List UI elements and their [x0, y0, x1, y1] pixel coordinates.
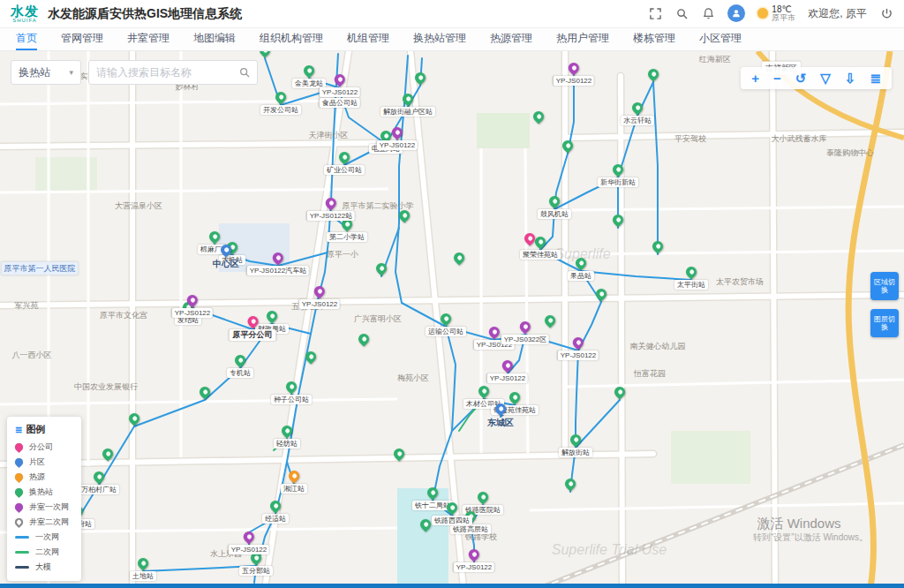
fullscreen-icon[interactable]	[648, 6, 662, 20]
purple-pin-icon	[467, 547, 482, 562]
map-marker[interactable]: YP-JS0122	[554, 63, 594, 86]
map-marker[interactable]: 万柏村广站	[79, 471, 119, 494]
nav-tab[interactable]: 井室管理	[127, 28, 170, 50]
logout-icon[interactable]	[879, 6, 893, 20]
map-marker[interactable]: 原平分公司	[230, 316, 276, 341]
layer-switch-button[interactable]: 图层切换	[870, 309, 899, 337]
map-marker[interactable]: YP-JS0122	[558, 337, 599, 360]
map-marker[interactable]	[533, 111, 544, 124]
purple-pin-icon	[501, 358, 516, 373]
map-marker[interactable]	[200, 387, 210, 399]
blue-pin-icon	[493, 402, 508, 417]
map-marker[interactable]: 专机站	[227, 355, 253, 378]
filter-icon[interactable]: ▽	[820, 72, 831, 85]
marker-label: 经适站	[262, 514, 289, 524]
map-marker[interactable]: 第二小学站	[327, 219, 367, 242]
user-avatar[interactable]	[727, 4, 745, 22]
map-marker[interactable]: 经适站	[262, 501, 289, 524]
nav-tab[interactable]: 管网管理	[61, 28, 103, 50]
map-marker[interactable]	[648, 69, 659, 81]
map-marker[interactable]: 湘江站	[281, 471, 307, 494]
nav-tab[interactable]: 小区管理	[699, 28, 742, 50]
map-marker[interactable]: 果品站	[568, 258, 594, 281]
green-pin-icon	[651, 239, 666, 254]
search-input[interactable]	[96, 66, 234, 79]
map-marker[interactable]: 运输公司站	[426, 313, 466, 336]
map-marker[interactable]: YP-JS0122	[377, 127, 418, 150]
map-marker[interactable]	[545, 315, 555, 328]
map-marker[interactable]: 种子公司站	[271, 381, 312, 404]
history-icon[interactable]: ↺	[795, 72, 807, 85]
marker-layer: 金美龙站开发公司站解放街融户区站电业局站矿业公司站水云轩站新华街新站鼓风机站聚荣…	[0, 51, 904, 588]
marker-label: 铁路西四站	[432, 516, 472, 525]
map-marker[interactable]: 水云轩站	[621, 102, 654, 125]
map-marker[interactable]: 东城区	[487, 403, 514, 429]
map-marker[interactable]	[129, 413, 139, 426]
map-canvas[interactable]: 原平市实验中学妙林村天津街小区原平市第二实验小学原平一小原平市文化宫原平市第一人…	[0, 51, 904, 588]
nav-tab[interactable]: 组织机构管理	[260, 28, 323, 50]
map-marker[interactable]: 解放街融户区站	[380, 94, 435, 117]
zoom-out-icon[interactable]: −	[773, 72, 781, 85]
nav-tab[interactable]: 热用户管理	[556, 28, 609, 50]
nav-tab[interactable]: 楼栋管理	[633, 28, 675, 50]
legend-panel: ≣ 图例 分公司片区热源换热站井室一次网井室二次网一次网二次网大模	[7, 417, 81, 581]
map-marker[interactable]: 土地站	[130, 558, 156, 581]
nav-tab[interactable]: 机组管理	[347, 28, 389, 50]
map-marker[interactable]	[376, 263, 387, 275]
map-marker[interactable]	[358, 334, 369, 346]
map-marker[interactable]: YP-JS0122汽车站	[247, 253, 309, 275]
map-marker[interactable]: 鼓风机站	[538, 196, 571, 219]
map-marker[interactable]: 中心区	[213, 245, 239, 270]
map-marker[interactable]	[613, 215, 623, 227]
map-marker[interactable]: YP-JS0122	[299, 286, 340, 309]
nav-tab[interactable]: 换热站管理	[413, 28, 466, 50]
bell-icon[interactable]	[701, 6, 715, 20]
map-marker[interactable]	[562, 140, 573, 153]
map-marker[interactable]	[652, 241, 663, 253]
map-marker[interactable]	[614, 387, 625, 399]
map-marker[interactable]	[596, 289, 606, 301]
map-marker[interactable]: 太平街站	[674, 267, 708, 290]
green-pin-icon	[613, 385, 628, 400]
chevron-down-icon: ▾	[69, 68, 73, 77]
nav-tab[interactable]: 地图编辑	[193, 28, 236, 50]
download-icon[interactable]: ⇩	[845, 72, 856, 85]
map-marker[interactable]: 解放街站	[559, 434, 592, 457]
target-type-select[interactable]: 换热站 ▾	[11, 60, 81, 85]
area-switch-button[interactable]: 区域切换	[870, 272, 899, 300]
zoom-in-icon[interactable]: +	[751, 72, 759, 85]
green-pin-icon	[569, 433, 584, 448]
map-marker[interactable]: 五分部站	[239, 553, 273, 576]
green-pin-icon	[357, 332, 372, 347]
map-marker[interactable]: YP-JS0122	[454, 549, 494, 572]
search-icon[interactable]	[674, 6, 689, 20]
map-marker[interactable]: 轻纺站	[274, 426, 300, 449]
map-marker[interactable]	[420, 519, 431, 531]
map-marker[interactable]: YP-JS0122	[487, 360, 528, 383]
map-marker[interactable]: 铁路西四站	[432, 502, 472, 525]
map-marker[interactable]: 开发公司站	[260, 92, 301, 115]
layers-icon[interactable]: ≣	[870, 72, 881, 85]
legend-item: 片区	[15, 455, 73, 470]
map-marker[interactable]	[415, 72, 426, 85]
map-marker[interactable]	[260, 51, 270, 57]
search-icon[interactable]	[239, 67, 250, 78]
map-marker[interactable]: YP-JS0122	[172, 295, 213, 318]
map-marker[interactable]: YP-JS0122站	[307, 198, 355, 221]
map-marker[interactable]	[102, 449, 113, 461]
map-marker[interactable]: 新华街新站	[598, 164, 638, 187]
map-marker[interactable]: 矿业公司站	[324, 152, 365, 175]
map-marker[interactable]	[565, 479, 576, 491]
marker-label: 太平街站	[674, 280, 708, 290]
map-marker[interactable]	[399, 210, 410, 222]
marker-badge: YP-JS0122站	[307, 211, 355, 221]
map-marker[interactable]: YP-JS0122食品公司站	[320, 74, 360, 108]
map-marker[interactable]: YP-JS0322区	[501, 321, 549, 344]
map-marker[interactable]	[394, 449, 404, 461]
nav-tab[interactable]: 热源管理	[490, 28, 532, 50]
nav-tab[interactable]: 首页	[16, 28, 37, 50]
map-marker[interactable]	[454, 253, 464, 265]
map-marker[interactable]	[305, 351, 316, 364]
map-marker[interactable]: YP-JS0122	[229, 531, 269, 554]
map-marker[interactable]	[524, 233, 535, 245]
